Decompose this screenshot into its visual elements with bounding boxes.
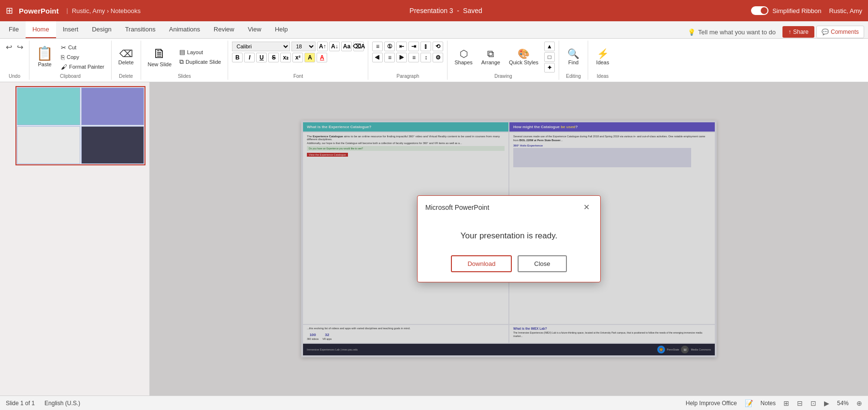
para-settings-button[interactable]: ⚙ (433, 53, 443, 62)
share-button[interactable]: ↑ Share (782, 26, 814, 38)
increase-font-button[interactable]: A↑ (317, 42, 328, 51)
paragraph-bottom-row: ⫷ ≡ ⫸ ≡ ↕ ⚙ (372, 53, 443, 62)
shapes-icon: ⬡ (460, 49, 468, 59)
shapes-label: Shapes (454, 59, 472, 65)
delete-button[interactable]: ⌫ Delete (116, 47, 137, 67)
ideas-group: ⚡ Ideas Ideas (588, 41, 617, 80)
title-bar: ⊞ PowerPoint | Rustic, Amy › Notebooks P… (0, 0, 868, 21)
toggle-switch[interactable] (751, 6, 768, 15)
download-button[interactable]: Download (451, 255, 512, 272)
cut-icon: ✂ (61, 44, 66, 51)
numbering-button[interactable]: ① (384, 42, 395, 51)
delete-label: Delete (118, 59, 134, 65)
quick-styles-button[interactable]: 🎨 Quick Styles (506, 47, 541, 67)
bullets-button[interactable]: ≡ (372, 42, 383, 51)
tell-me-area[interactable]: 💡 Tell me what you want to do (683, 27, 781, 38)
line-spacing-button[interactable]: ↕ (420, 53, 431, 62)
simplified-ribbon-toggle[interactable]: Simplified Ribbon (751, 6, 821, 15)
new-slide-label: New Slide (148, 61, 172, 67)
ideas-button[interactable]: ⚡ Ideas (593, 47, 612, 67)
duplicate-label: Duplicate Slide (186, 59, 221, 65)
slides-group-label: Slides (178, 73, 191, 79)
tab-help[interactable]: Help (268, 21, 295, 38)
tab-file[interactable]: File (2, 21, 26, 38)
format-painter-icon: 🖌 (61, 63, 67, 71)
new-slide-button[interactable]: 🗎 New Slide (145, 45, 175, 69)
copy-button[interactable]: ⎘ Copy (58, 53, 107, 62)
redo-button[interactable]: ↪ (15, 42, 25, 53)
delete-icon: ⌫ (119, 49, 133, 59)
comments-button[interactable]: 💬 Comments (816, 26, 864, 38)
font-top-row: Calibri 18 A↑ A↓ Aa ⌫A (232, 42, 364, 51)
tab-home[interactable]: Home (26, 21, 56, 38)
align-left-button[interactable]: ⫷ (372, 53, 383, 62)
tab-design[interactable]: Design (85, 21, 118, 38)
dialog-overlay: Microsoft PowerPoint ✕ Your presentation… (150, 82, 868, 395)
font-color-button[interactable]: A (317, 53, 327, 62)
layout-button[interactable]: ▤ Layout (176, 47, 224, 57)
strikethrough-button[interactable]: S (268, 53, 279, 62)
tab-animations[interactable]: Animations (162, 21, 207, 38)
zoom-slider[interactable]: ⊕ (856, 399, 862, 407)
arrange-button[interactable]: ⧉ Arrange (478, 47, 503, 67)
app-grid-icon[interactable]: ⊞ (6, 5, 13, 16)
slide-sorter-icon[interactable]: ⊟ (797, 399, 803, 407)
decrease-indent-button[interactable]: ⇤ (396, 42, 407, 51)
duplicate-slide-button[interactable]: ⧉ Duplicate Slide (176, 57, 224, 67)
status-bar: Slide 1 of 1 English (U.S.) Help Improve… (0, 395, 868, 410)
ribbon-tabs: File Home Insert Design Transitions Anim… (0, 21, 868, 39)
language: English (U.S.) (44, 400, 80, 407)
align-right-button[interactable]: ⫸ (396, 53, 407, 62)
shape-outline-button[interactable]: □ (544, 52, 555, 62)
align-center-button[interactable]: ≡ (384, 53, 395, 62)
main-area: 1 (0, 82, 868, 395)
justify-button[interactable]: ≡ (408, 53, 419, 62)
clear-format-button[interactable]: ⌫A (353, 42, 364, 51)
font-group: Calibri 18 A↑ A↓ Aa ⌫A B I U S x₂ x² A A (228, 41, 368, 80)
superscript-button[interactable]: x² (292, 53, 303, 62)
font-name-select[interactable]: Calibri (232, 42, 290, 51)
slide-thumbnail[interactable] (15, 86, 145, 165)
title-dash: - (457, 7, 460, 15)
decrease-font-button[interactable]: A↓ (329, 42, 340, 51)
notes-icon[interactable]: 📝 (745, 399, 753, 407)
undo-button[interactable]: ↩ (4, 42, 14, 53)
paste-button[interactable]: 📋 Paste (33, 45, 56, 69)
format-painter-button[interactable]: 🖌 Format Painter (58, 62, 107, 72)
notes-label[interactable]: Notes (761, 400, 776, 407)
bold-button[interactable]: B (232, 53, 243, 62)
thumb-row-bottom (16, 126, 145, 164)
text-direction-button[interactable]: ⟲ (433, 42, 443, 51)
close-dialog-button[interactable]: Close (518, 255, 566, 272)
subscript-button[interactable]: x₂ (280, 53, 291, 62)
format-painter-label: Format Painter (69, 64, 104, 70)
status-bar-right: Help Improve Office 📝 Notes ⊞ ⊟ ⊡ ▶ 54% … (686, 399, 862, 407)
tab-review[interactable]: Review (207, 21, 241, 38)
shape-fill-button[interactable]: ▲ (544, 42, 555, 51)
tab-insert[interactable]: Insert (56, 21, 86, 38)
breadcrumb[interactable]: Rustic, Amy › Notebooks (72, 7, 141, 15)
font-size-select[interactable]: 18 (291, 42, 316, 51)
thumb-cell-teal (17, 88, 80, 125)
new-slide-icon: 🗎 (153, 47, 166, 60)
normal-view-icon[interactable]: ⊞ (783, 399, 789, 407)
slide-panel: 1 (0, 82, 150, 395)
cut-button[interactable]: ✂ Cut (58, 43, 107, 52)
user-name: Rustic, Amy (829, 7, 862, 15)
reading-view-icon[interactable]: ⊡ (810, 399, 816, 407)
find-button[interactable]: 🔍 Find (564, 47, 582, 67)
increase-indent-button[interactable]: ⇥ (408, 42, 419, 51)
clipboard-small-group: ✂ Cut ⎘ Copy 🖌 Format Painter (58, 43, 107, 72)
underline-button[interactable]: U (256, 53, 267, 62)
shapes-button[interactable]: ⬡ Shapes (451, 47, 475, 67)
shape-effects-button[interactable]: ✦ (544, 63, 555, 73)
dialog-close-button[interactable]: ✕ (580, 202, 593, 213)
highlight-button[interactable]: A (304, 53, 315, 62)
tab-view[interactable]: View (241, 21, 268, 38)
find-label: Find (568, 59, 579, 65)
tab-transitions[interactable]: Transitions (118, 21, 162, 38)
columns-button[interactable]: ⫿ (420, 42, 431, 51)
change-case-button[interactable]: Aa (341, 42, 352, 51)
slideshow-icon[interactable]: ▶ (824, 399, 829, 407)
italic-button[interactable]: I (244, 53, 255, 62)
